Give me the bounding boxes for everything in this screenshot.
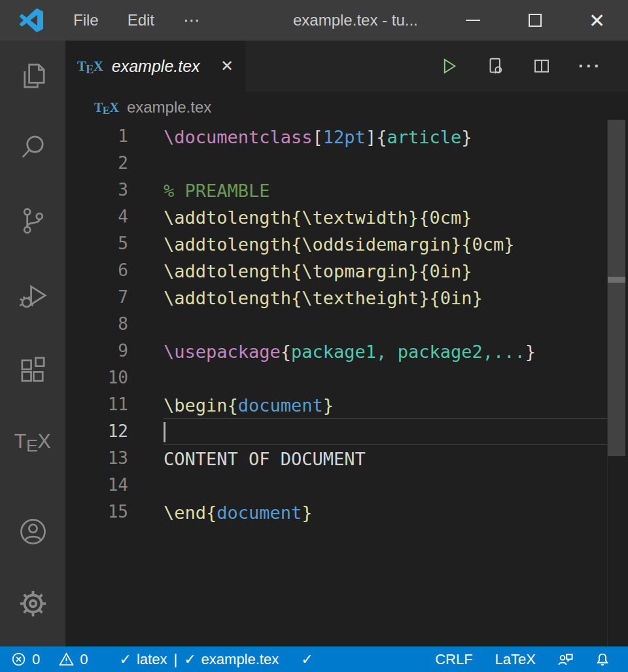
minimize-button[interactable] <box>442 0 504 41</box>
sidebar-item-account[interactable] <box>0 508 65 554</box>
tab-example-tex[interactable]: TEX example.tex ✕ <box>65 41 245 92</box>
menu-edit[interactable]: Edit <box>113 0 169 41</box>
close-button[interactable]: ✕ <box>566 0 628 41</box>
error-count: 0 <box>32 651 40 668</box>
code-line[interactable]: 6\addtolength{\topmargin}{0in} <box>65 257 628 284</box>
line-number: 4 <box>65 203 164 230</box>
latex-build-status[interactable]: ✓ latex | ✓ example.tex <box>111 646 288 672</box>
line-number: 10 <box>65 364 164 391</box>
build-target: latex <box>137 651 167 668</box>
line-content: \addtolength{\oddsidemargin}{0cm} <box>164 230 607 257</box>
tab-close-icon[interactable]: ✕ <box>220 57 234 75</box>
notifications-button[interactable] <box>585 646 623 672</box>
eol-indicator[interactable]: CRLF <box>427 646 481 672</box>
code-line[interactable]: 15\end{document} <box>65 499 628 525</box>
code-token: 12pt <box>323 127 366 147</box>
minimize-icon <box>466 20 480 22</box>
code-line[interactable]: 11\begin{document} <box>65 391 628 418</box>
play-icon <box>439 56 459 76</box>
line-content: \end{document} <box>164 499 607 525</box>
search-icon <box>18 132 48 163</box>
feedback-button[interactable] <box>548 646 583 672</box>
status-bar-right: CRLF LaTeX <box>427 646 628 672</box>
line-number: 11 <box>65 391 164 418</box>
code-line[interactable]: 5\addtolength{\oddsidemargin}{0cm} <box>65 230 628 257</box>
text-cursor <box>164 422 166 442</box>
problems-status[interactable]: 0 0 <box>0 646 97 672</box>
code-token: article <box>387 127 461 147</box>
line-number: 14 <box>65 472 164 499</box>
code-token: \addtolength{\oddsidemargin}{0cm} <box>164 234 514 255</box>
code-token: \documentclass <box>164 127 313 147</box>
line-content: \addtolength{\textwidth}{0cm} <box>164 203 607 230</box>
code-line[interactable]: 4\addtolength{\textwidth}{0cm} <box>65 203 628 230</box>
line-content: % PREAMBLE <box>164 177 607 203</box>
split-editor-button[interactable] <box>532 56 551 76</box>
sidebar-item-source-control[interactable] <box>0 198 65 243</box>
line-number: 9 <box>65 338 164 364</box>
code-line[interactable]: 3% PREAMBLE <box>65 177 628 203</box>
sidebar-item-extensions[interactable] <box>0 347 65 393</box>
code-line[interactable]: 10 <box>65 364 628 391</box>
code-line[interactable]: 14 <box>65 472 628 499</box>
window-title: example.tex - tu... <box>293 0 418 41</box>
more-actions-button[interactable]: ··· <box>578 56 602 77</box>
language-mode[interactable]: LaTeX <box>487 646 544 672</box>
maximize-button[interactable] <box>504 0 566 41</box>
maximize-icon <box>529 14 542 27</box>
split-editor-icon <box>532 56 551 76</box>
sidebar-item-settings[interactable] <box>0 580 65 626</box>
warning-count: 0 <box>80 651 88 668</box>
line-content <box>164 472 607 499</box>
build-run-button[interactable] <box>439 56 459 76</box>
code-token: ] <box>366 127 376 147</box>
view-pdf-button[interactable] <box>485 56 505 76</box>
vertical-scrollbar[interactable] <box>607 120 625 646</box>
preview-document-icon <box>485 56 505 76</box>
menu-overflow[interactable]: ⋯ <box>169 0 216 41</box>
breadcrumb: TEX example.tex <box>65 92 602 123</box>
code-token: } <box>525 342 536 362</box>
code-editor[interactable]: 1\documentclass[12pt]{article}23% PREAMB… <box>65 123 628 646</box>
bell-icon <box>594 651 611 668</box>
code-token: } <box>302 503 312 523</box>
code-line[interactable]: 2 <box>65 150 628 177</box>
build-ok-status[interactable]: ✓ <box>292 646 321 672</box>
code-line[interactable]: 8 <box>65 311 628 338</box>
line-number: 3 <box>65 177 164 203</box>
line-number: 2 <box>65 150 164 177</box>
line-content: \documentclass[12pt]{article} <box>164 123 607 150</box>
code-line[interactable]: 13CONTENT OF DOCUMENT <box>65 445 628 472</box>
line-number: 15 <box>65 499 164 525</box>
menu-file[interactable]: File <box>59 0 113 41</box>
code-line[interactable]: 7\addtolength{\textheight}{0in} <box>65 284 628 311</box>
breadcrumb-file[interactable]: example.tex <box>127 98 211 116</box>
sidebar-item-search[interactable] <box>0 124 65 170</box>
code-line[interactable]: 9\usepackage{package1, package2,...} <box>65 338 628 364</box>
line-number: 7 <box>65 284 164 311</box>
line-content: \begin{document} <box>164 391 607 418</box>
code-token: \begin <box>164 395 228 416</box>
sidebar-item-latex-workshop[interactable]: TEX <box>0 419 65 465</box>
tex-icon: TEX <box>14 430 52 453</box>
check-icon: ✓ <box>120 651 131 668</box>
editor-actions: ··· <box>439 41 628 92</box>
code-token: } <box>461 127 472 147</box>
git-branch-icon <box>18 205 48 236</box>
code-token: \addtolength{\textwidth}{0cm} <box>164 207 472 228</box>
sidebar-item-explorer[interactable] <box>0 52 65 98</box>
code-token: document <box>217 503 302 523</box>
vscode-logo-icon <box>20 9 43 32</box>
code-token: { <box>206 503 217 523</box>
sidebar-item-run-debug[interactable] <box>0 273 65 319</box>
extensions-icon <box>18 355 48 385</box>
code-line[interactable]: 1\documentclass[12pt]{article} <box>65 123 628 150</box>
account-icon <box>18 516 48 547</box>
code-line[interactable]: 12 <box>65 418 628 445</box>
title-bar: File Edit ⋯ example.tex - tu... ✕ <box>0 0 628 41</box>
activity-bar: TEX <box>0 41 65 646</box>
check-icon: ✓ <box>184 651 196 668</box>
debug-icon <box>18 281 48 311</box>
scrollbar-slider[interactable] <box>608 120 625 456</box>
separator: | <box>172 651 179 668</box>
